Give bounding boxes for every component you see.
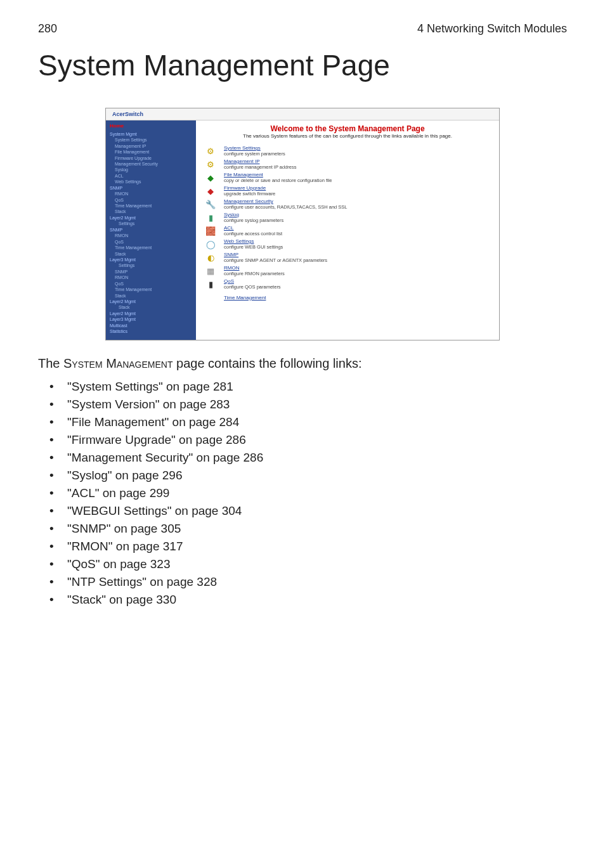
sidebar-items: System MgmtSystem SettingsManagement IPF… bbox=[110, 131, 192, 335]
feature-link[interactable]: Syslog bbox=[224, 212, 283, 217]
feature-desc: configure RMON parameters bbox=[224, 271, 285, 276]
welcome-subtitle: The various System features of the can b… bbox=[204, 133, 491, 139]
feature-icon: ◯ bbox=[204, 238, 218, 250]
feature-link-row: ▮Syslogconfigure syslog parameters bbox=[204, 212, 491, 223]
sidebar-item[interactable]: Web Settings bbox=[110, 179, 192, 185]
sidebar-item[interactable]: Stack bbox=[110, 293, 192, 299]
feature-link-row: Time Management bbox=[204, 292, 491, 303]
main-panel: Welcome to the System Management Page Th… bbox=[196, 120, 499, 340]
sidebar-item[interactable]: Time Management bbox=[110, 245, 192, 250]
list-item: "ACL" on page 299 bbox=[49, 486, 567, 500]
feature-link-row: ⚙System Settingsconfigure system paramet… bbox=[204, 145, 491, 157]
sidebar-item[interactable]: Layer3 Mgmt bbox=[110, 257, 192, 262]
sidebar-nav: Home System MgmtSystem SettingsManagemen… bbox=[106, 120, 196, 340]
feature-icon bbox=[204, 292, 218, 303]
feature-icon: ⚙ bbox=[204, 159, 218, 170]
list-item: "Syslog" on page 296 bbox=[49, 469, 567, 483]
sidebar-item[interactable]: Stack bbox=[110, 251, 192, 257]
sidebar-item[interactable]: Stack bbox=[110, 209, 192, 214]
feature-desc: configure SNMP AGENT or AGENTX parameter… bbox=[224, 257, 327, 263]
feature-link-text: Syslogconfigure syslog parameters bbox=[224, 212, 283, 223]
feature-desc: configure QOS parameters bbox=[224, 284, 281, 290]
sidebar-item[interactable]: Layer3 Mgmt bbox=[110, 316, 192, 322]
intro-text: The System Management page contains the … bbox=[38, 356, 567, 371]
feature-link[interactable]: ACL bbox=[224, 225, 282, 231]
feature-link-row: ⚙Management IPconfigure management IP ad… bbox=[204, 159, 491, 170]
sidebar-item[interactable]: Layer2 Mgmt bbox=[110, 311, 192, 316]
feature-link[interactable]: File Management bbox=[224, 172, 332, 178]
sidebar-item[interactable]: RMON bbox=[110, 191, 192, 197]
sidebar-item[interactable]: Time Management bbox=[110, 287, 192, 292]
list-item: "Management Security" on page 286 bbox=[49, 451, 567, 465]
sidebar-item[interactable]: Layer2 Mgmt bbox=[110, 299, 192, 304]
feature-link-row: ◯Web Settingsconfigure WEB GUI settings bbox=[204, 238, 491, 250]
feature-link[interactable]: QoS bbox=[224, 278, 281, 284]
feature-link[interactable]: Web Settings bbox=[224, 238, 283, 244]
feature-link-text: System Settingsconfigure system paramete… bbox=[224, 145, 285, 157]
sidebar-item[interactable]: Multicast bbox=[110, 323, 192, 328]
page-title: System Management Page bbox=[38, 48, 567, 82]
feature-link[interactable]: Management IP bbox=[224, 159, 297, 164]
sidebar-item[interactable]: Syslog bbox=[110, 167, 192, 172]
list-item: "Stack" on page 330 bbox=[49, 593, 567, 607]
feature-icon: ◆ bbox=[204, 172, 218, 183]
embedded-screenshot: AcerSwitch Home System MgmtSystem Settin… bbox=[105, 108, 500, 340]
feature-link[interactable]: System Settings bbox=[224, 145, 285, 151]
list-item: "File Management" on page 284 bbox=[49, 415, 567, 429]
feature-icon: 🔧 bbox=[204, 198, 218, 210]
sidebar-item[interactable]: Time Management bbox=[110, 203, 192, 209]
feature-link[interactable]: Management Security bbox=[224, 198, 348, 204]
sidebar-item[interactable]: System Settings bbox=[110, 137, 192, 143]
sidebar-item[interactable]: Statistics bbox=[110, 328, 192, 334]
page-links-list: "System Settings" on page 281"System Ver… bbox=[49, 380, 567, 607]
sidebar-item[interactable]: ACL bbox=[110, 173, 192, 179]
feature-icon: ◆ bbox=[204, 185, 218, 197]
feature-desc: configure system parameters bbox=[224, 151, 285, 157]
sidebar-item[interactable]: Layer2 Mgmt bbox=[110, 215, 192, 221]
chapter-title: 4 Networking Switch Modules bbox=[417, 22, 567, 36]
list-item: "RMON" on page 317 bbox=[49, 540, 567, 554]
feature-link[interactable]: SNMP bbox=[224, 252, 327, 257]
sidebar-item[interactable]: Settings bbox=[110, 221, 192, 226]
feature-link-row: ▮QoSconfigure QOS parameters bbox=[204, 278, 491, 290]
sidebar-item[interactable]: RMON bbox=[110, 233, 192, 238]
feature-link-text: SNMPconfigure SNMP AGENT or AGENTX param… bbox=[224, 252, 327, 263]
sidebar-item[interactable]: System Mgmt bbox=[110, 131, 192, 137]
sidebar-home[interactable]: Home bbox=[110, 123, 192, 130]
feature-icon: ▦ bbox=[204, 265, 218, 276]
sidebar-item[interactable]: File Management bbox=[110, 149, 192, 155]
feature-link[interactable]: RMON bbox=[224, 265, 285, 271]
feature-link-row: ◐SNMPconfigure SNMP AGENT or AGENTX para… bbox=[204, 252, 491, 263]
feature-link-row: 🔧Management Securityconfigure user accou… bbox=[204, 198, 491, 210]
sidebar-item[interactable]: QoS bbox=[110, 239, 192, 245]
feature-desc: configure WEB GUI settings bbox=[224, 244, 283, 250]
feature-desc: configure management IP address bbox=[224, 164, 297, 170]
sidebar-item[interactable]: Management Security bbox=[110, 161, 192, 167]
sidebar-item[interactable]: SNMP bbox=[110, 227, 192, 233]
feature-link-row: ▦RMONconfigure RMON parameters bbox=[204, 265, 491, 276]
sidebar-item[interactable]: Settings bbox=[110, 262, 192, 268]
feature-link-text: Management Securityconfigure user accoun… bbox=[224, 198, 348, 210]
feature-link-row: ◆Firmware Upgradeupgrade switch firmware bbox=[204, 185, 491, 197]
page-header: 280 4 Networking Switch Modules bbox=[38, 22, 567, 36]
sidebar-item[interactable]: Stack bbox=[110, 304, 192, 310]
sidebar-item[interactable]: RMON bbox=[110, 275, 192, 280]
feature-icon: ◐ bbox=[204, 252, 218, 263]
feature-desc: configure user accounts, RADIUS,TACACS, … bbox=[224, 204, 348, 210]
feature-desc: configure syslog parameters bbox=[224, 217, 283, 223]
list-item: "Firmware Upgrade" on page 286 bbox=[49, 433, 567, 447]
feature-link[interactable]: Time Management bbox=[224, 295, 266, 301]
feature-link-row: ◆File Managementcopy or delete or save a… bbox=[204, 172, 491, 183]
feature-link-text: QoSconfigure QOS parameters bbox=[224, 278, 281, 290]
feature-icon: ▮ bbox=[204, 212, 218, 223]
sidebar-item[interactable]: Firmware Upgrade bbox=[110, 155, 192, 161]
feature-link[interactable]: Firmware Upgrade bbox=[224, 185, 275, 191]
feature-icon: ⚙ bbox=[204, 145, 218, 157]
sidebar-item[interactable]: Management IP bbox=[110, 143, 192, 149]
sidebar-item[interactable]: SNMP bbox=[110, 185, 192, 191]
sidebar-item[interactable]: QoS bbox=[110, 197, 192, 203]
sidebar-item[interactable]: SNMP bbox=[110, 269, 192, 275]
sidebar-item[interactable]: QoS bbox=[110, 281, 192, 287]
feature-link-text: ACLconfigure access control list bbox=[224, 225, 282, 236]
feature-link-text: Management IPconfigure management IP add… bbox=[224, 159, 297, 170]
